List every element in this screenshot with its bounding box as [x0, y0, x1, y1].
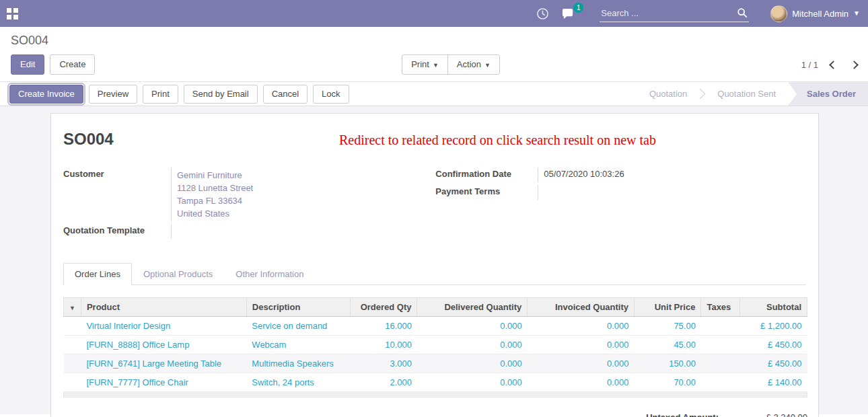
quotation-template-value[interactable]	[171, 224, 407, 239]
list-options-caret-icon[interactable]: ▼	[69, 305, 75, 311]
table-header-row: ▼ Product Description Ordered Qty Delive…	[64, 298, 807, 317]
table-row[interactable]: Virtual Interior Design Service on deman…	[64, 317, 807, 336]
col-delivered-quantity[interactable]: Delivered Quantity	[417, 298, 528, 317]
col-description[interactable]: Description	[246, 298, 350, 317]
search-icon[interactable]	[737, 7, 748, 20]
red-annotation-text: Redirect to related record on click sear…	[339, 132, 656, 148]
order-lines-table: ▼ Product Description Ordered Qty Delive…	[63, 297, 807, 392]
step-quotation-sent[interactable]: Quotation Sent	[705, 82, 788, 106]
user-avatar	[770, 5, 787, 22]
edit-button[interactable]: Edit	[11, 54, 44, 75]
pager-counter: 1 / 1	[801, 60, 818, 70]
col-unit-price[interactable]: Unit Price	[635, 298, 701, 317]
totals-section: Untaxed Amount: £ 2,240.00	[63, 412, 807, 417]
lock-button[interactable]: Lock	[313, 85, 349, 104]
step-sales-order[interactable]: Sales Order	[788, 82, 868, 106]
top-navbar: 1 Mitchell Admin ▼	[0, 0, 868, 27]
global-search	[600, 5, 749, 22]
chevron-down-icon: ▼	[853, 10, 860, 17]
confirmation-date-label: Confirmation Date	[435, 167, 538, 182]
create-button[interactable]: Create	[50, 54, 95, 75]
action-dropdown[interactable]: Action▼	[447, 54, 500, 75]
print-button[interactable]: Print	[143, 85, 178, 104]
payment-terms-value[interactable]	[538, 185, 806, 200]
col-taxes[interactable]: Taxes	[701, 298, 740, 317]
table-footer-strip	[63, 392, 807, 397]
sales-order-sheet: SO004 Redirect to related record on clic…	[50, 113, 819, 417]
table-row[interactable]: [FURN_6741] Large Meeting Table Multimed…	[64, 354, 807, 373]
step-quotation[interactable]: Quotation	[637, 82, 699, 106]
col-ordered-qty[interactable]: Ordered Qty	[350, 298, 417, 317]
statusbar: Create Invoice Preview Print Send by Ema…	[0, 81, 868, 106]
create-invoice-button[interactable]: Create Invoice	[9, 85, 83, 104]
confirmation-date-value: 05/07/2020 10:03:26	[538, 167, 806, 182]
chevron-down-icon: ▼	[484, 62, 491, 69]
search-input[interactable]	[600, 5, 749, 22]
notebook-tabs: Order Lines Optional Products Other Info…	[63, 263, 806, 285]
cancel-button[interactable]: Cancel	[263, 85, 308, 104]
form-view-background: SO004 Redirect to related record on clic…	[0, 106, 868, 414]
pager-next-icon[interactable]	[850, 61, 859, 69]
table-row[interactable]: [FURN_8888] Office Lamp Webcam 10.000 0.…	[64, 336, 807, 354]
payment-terms-label: Payment Terms	[435, 185, 538, 200]
user-menu[interactable]: Mitchell Admin ▼	[770, 5, 860, 22]
col-invoiced-quantity[interactable]: Invoiced Quantity	[528, 298, 635, 317]
apps-menu-icon[interactable]	[7, 8, 18, 20]
preview-button[interactable]: Preview	[89, 85, 137, 104]
breadcrumb[interactable]: SO004	[11, 34, 857, 48]
tab-order-lines[interactable]: Order Lines	[63, 263, 132, 285]
status-steps: Quotation Quotation Sent Sales Order	[637, 82, 868, 106]
pager-previous-icon[interactable]	[829, 61, 838, 69]
messages-badge: 1	[573, 3, 583, 13]
customer-label: Customer	[63, 167, 171, 221]
customer-value[interactable]: Gemini Furniture 1128 Lunetta Street Tam…	[171, 167, 407, 221]
messages-icon[interactable]: 1	[561, 7, 575, 20]
chevron-down-icon: ▼	[433, 62, 439, 69]
quotation-template-label: Quotation Template	[63, 224, 171, 239]
tab-other-information[interactable]: Other Information	[224, 263, 315, 285]
print-dropdown[interactable]: Print▼	[402, 54, 448, 75]
control-panel: SO004 Edit Create Print▼ Action▼ 1 / 1	[0, 27, 868, 81]
send-by-email-button[interactable]: Send by Email	[184, 85, 258, 104]
untaxed-amount-value: £ 2,240.00	[747, 412, 807, 417]
table-row[interactable]: [FURN_7777] Office Chair Switch, 24 port…	[64, 373, 807, 392]
tab-optional-products[interactable]: Optional Products	[132, 263, 224, 285]
untaxed-amount-label: Untaxed Amount:	[646, 412, 719, 417]
col-product[interactable]: Product	[81, 298, 246, 317]
col-subtotal[interactable]: Subtotal	[740, 298, 807, 317]
activities-clock-icon[interactable]	[536, 7, 549, 20]
user-name: Mitchell Admin	[792, 9, 848, 19]
